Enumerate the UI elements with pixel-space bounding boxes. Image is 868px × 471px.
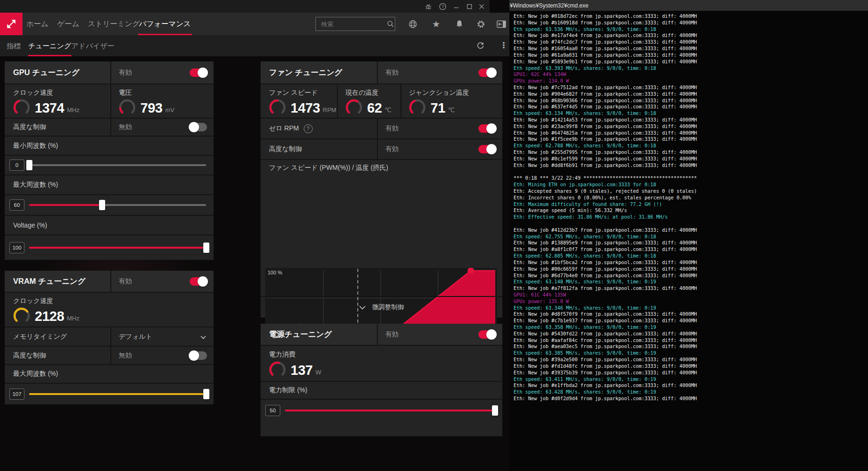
- fan-junction-gauge: [408, 98, 430, 118]
- cmd-terminal[interactable]: Eth: New job #018d72ec from jp.sparkpool…: [490, 11, 868, 471]
- fan-temp-unit: ℃: [384, 106, 392, 114]
- vram-maxfreq-slider-handle[interactable]: [203, 389, 209, 399]
- gpu-voltagepct-valuebox[interactable]: 100: [9, 242, 24, 253]
- minimize-icon[interactable]: [451, 2, 461, 11]
- vram-tuning-toggle[interactable]: [190, 277, 207, 286]
- power-tuning-panel: 電源チューニング 有効 電力消費 137 W 電力制限 (%) 50: [261, 324, 502, 436]
- gpu-minfreq-valuebox[interactable]: 0: [9, 160, 24, 171]
- vram-maxfreq-slider[interactable]: [29, 393, 206, 395]
- gpu-maxfreq-label: 最大周波数 (%): [13, 181, 58, 189]
- amd-titlebar[interactable]: ?: [0, 0, 490, 13]
- fan-temp-value: 62: [367, 100, 382, 116]
- vram-maxfreq-slider-row: 107: [5, 383, 214, 404]
- gpu-maxfreq-slider-handle[interactable]: [99, 200, 105, 210]
- gpu-advanced-toggle[interactable]: [190, 123, 207, 131]
- gpu-maxfreq-valuebox[interactable]: 60: [9, 199, 24, 211]
- power-panel-header: 電源チューニング 有効: [261, 324, 502, 345]
- search-box[interactable]: [315, 17, 395, 31]
- kebab-menu-icon[interactable]: ⋮: [499, 40, 509, 50]
- gpu-tuning-toggle[interactable]: [190, 68, 207, 77]
- vram-maxfreq-valuebox[interactable]: 107: [9, 388, 24, 400]
- nav-home[interactable]: ホーム: [25, 13, 49, 34]
- power-limit-valuebox[interactable]: 50: [265, 405, 280, 416]
- vram-maxfreq-label: 最大周波数 (%): [13, 370, 58, 378]
- vram-advanced-state: 無効: [119, 351, 132, 360]
- terminal-line: Eth: New job #00c6659f from jp.sparkpool…: [514, 266, 697, 273]
- gpu-advanced-row: 高度な制御 無効: [5, 118, 214, 136]
- fan-speed-value: 1473: [291, 100, 320, 116]
- terminal-line: Eth speed: 62.885 MH/s, shares: 9/0/0, t…: [514, 253, 697, 259]
- amd-logo[interactable]: [0, 13, 23, 35]
- terminal-line: Eth: New job #7c7512ad from jp.sparkpool…: [514, 84, 697, 91]
- vram-advanced-toggle[interactable]: [190, 351, 207, 360]
- star-icon[interactable]: ★: [431, 19, 441, 29]
- terminal-line: Eth: New job #0c1ef599 from jp.sparkpool…: [514, 156, 697, 162]
- vram-advanced-row: 高度な制御 無効: [5, 346, 214, 364]
- fan-panel-header: ファン チューニング 有効: [261, 61, 502, 84]
- close-icon[interactable]: [476, 2, 487, 11]
- help-icon[interactable]: ?: [438, 2, 448, 11]
- power-limit-slider-handle[interactable]: [492, 405, 498, 416]
- tab-tuning[interactable]: チューニング: [28, 35, 71, 56]
- performance-subnav: 指標 チューニング アドバイザー ⋮: [0, 35, 509, 56]
- terminal-line: Eth: New job #e17af4e4 from jp.sparkpool…: [514, 32, 697, 39]
- power-gauge: [268, 360, 291, 380]
- terminal-line: Eth: Incorrect shares 0 (0.00%), est. st…: [514, 195, 697, 201]
- terminal-line: [514, 169, 697, 175]
- vram-panel-header: VRAM チューニング 有効: [5, 271, 214, 292]
- cmd-titlebar[interactable]: C:\ C:¥Windows¥System32¥cmd.exe — ❐: [490, 0, 868, 11]
- gear-icon[interactable]: [476, 19, 486, 29]
- bell-icon[interactable]: [454, 19, 464, 29]
- terminal-line: Eth: New job #e1ffbda2 from jp.sparkpool…: [514, 382, 697, 389]
- terminal-line: Eth speed: 63.411 MH/s, shares: 9/0/0, t…: [514, 376, 697, 383]
- chevron-down-icon[interactable]: [200, 335, 206, 339]
- fan-advanced-toggle[interactable]: [478, 145, 496, 153]
- terminal-line: Eth: New job #61a9a031 from jp.sparkpool…: [514, 52, 697, 59]
- terminal-line: Eth speed: 63.134 MH/s, shares: 9/0/0, t…: [514, 110, 697, 117]
- terminal-line: Eth: New job #b160918d from jp.sparkpool…: [514, 20, 697, 26]
- terminal-line: Eth: New job #018d72ec from jp.sparkpool…: [514, 13, 697, 20]
- power-limit-slider[interactable]: [285, 410, 495, 411]
- search-input[interactable]: [316, 20, 383, 28]
- gpu-panel-title: GPU チューニング: [13, 68, 79, 78]
- gpu-advanced-state: 無効: [119, 123, 132, 131]
- fan-speed-unit: RPM: [323, 106, 337, 114]
- gpu-maxfreq-label-row: 最大周波数 (%): [5, 175, 214, 194]
- gpu-maxfreq-slider[interactable]: [29, 204, 206, 206]
- gpu-minfreq-slider-handle[interactable]: [26, 160, 32, 170]
- terminal-line: Eth: New job #aafaf84c from jp.sparkpool…: [514, 337, 697, 344]
- fan-tuning-toggle[interactable]: [478, 68, 496, 77]
- vram-timing-value[interactable]: デフォルト: [119, 333, 153, 341]
- terminal-line: Eth speed: 62.788 MH/s, shares: 9/0/0, t…: [514, 143, 697, 149]
- maximize-icon[interactable]: [464, 2, 475, 11]
- vram-clock-gauge: [12, 306, 35, 327]
- globe-icon[interactable]: [407, 19, 418, 29]
- terminal-line: Eth: New job #412d23b7 from jp.sparkpool…: [514, 227, 697, 234]
- sidebar-toggle-icon[interactable]: [496, 19, 507, 29]
- terminal-line: Eth: New job #c7b1e937 from jp.sparkpool…: [514, 318, 697, 324]
- gpu-minfreq-slider[interactable]: [29, 164, 206, 166]
- fan-junction-value: 71: [430, 100, 445, 116]
- tab-metrics[interactable]: 指標: [7, 35, 21, 55]
- terminal-line: Eth speed: 63.428 MH/s, shares: 9/0/0, t…: [514, 389, 697, 395]
- zero-rpm-toggle[interactable]: [478, 124, 496, 133]
- fine-tuning-control[interactable]: 微調整制御: [261, 296, 502, 318]
- terminal-line: GPUs power: 134.0 W: [514, 78, 697, 84]
- gpu-voltagepct-slider[interactable]: [29, 247, 206, 249]
- nav-streaming[interactable]: ストリーミング: [87, 13, 141, 34]
- tab-advisor[interactable]: アドバイザー: [71, 35, 115, 55]
- reset-icon[interactable]: [475, 41, 485, 50]
- terminal-line: Eth: New job #1bf5bca2 from jp.sparkpool…: [514, 259, 697, 266]
- vram-timing-label: メモリタイミング: [13, 333, 67, 341]
- gpu-voltagepct-slider-handle[interactable]: [203, 243, 209, 253]
- gpu-clock-unit: MHz: [67, 106, 80, 114]
- nav-performance[interactable]: パフォーマンス: [138, 13, 192, 35]
- bug-report-icon[interactable]: [423, 2, 433, 11]
- ytick-100: 100 %: [268, 270, 282, 275]
- zero-rpm-label: ゼロ RPM: [269, 124, 299, 133]
- vram-enabled-label: 有効: [119, 277, 132, 286]
- terminal-line: Eth speed: 62.755 MH/s, shares: 9/0/0, t…: [514, 234, 697, 240]
- zero-rpm-help-icon[interactable]: ?: [304, 124, 313, 133]
- nav-gaming[interactable]: ゲーム: [56, 13, 80, 34]
- power-tuning-toggle[interactable]: [478, 330, 496, 339]
